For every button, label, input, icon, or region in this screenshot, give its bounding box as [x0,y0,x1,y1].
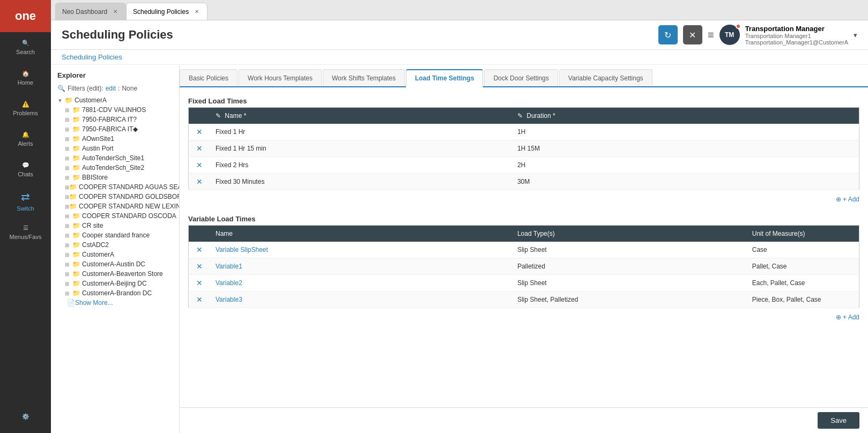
sidebar-item-home[interactable]: 🏠 Home [0,63,51,93]
tree-item-customerA-beaverton[interactable]: ⊞ 📁 CustomerA-Beaverton Store [63,269,179,279]
delete-variable-row-3[interactable]: ✕ [194,295,205,304]
menu-button[interactable]: ≡ [708,29,714,41]
tabs-row: Basic Policies Work Hours Templates Work… [180,65,868,87]
tree-item-customerA-root[interactable]: ▼ 📁 CustomerA [55,95,179,105]
add-fixed-load-time[interactable]: ⊕ + Add [188,192,859,206]
variable-load-times-title: Variable Load Times [188,215,859,223]
explorer-horizontal-scroll[interactable] [51,310,179,314]
user-dropdown-icon[interactable]: ▾ [854,31,857,39]
variable-name-link-0[interactable]: Variable SlipSheet [216,246,268,253]
variable-name-link-2[interactable]: Variable2 [216,279,242,287]
tab-variable-capacity-settings[interactable]: Variable Capacity Settings [559,69,652,86]
warning-icon: ⚠️ [22,101,29,108]
sidebar-item-problems[interactable]: ⚠️ Problems [0,93,51,124]
close-neo-dashboard-tab[interactable]: ✕ [112,8,119,16]
tree-item-aownsite1[interactable]: ⊞ 📁 AOwnSite1 [63,134,179,144]
chat-icon: 💬 [22,162,29,169]
delete-fixed-row-3[interactable]: ✕ [194,177,205,186]
sidebar-item-menus[interactable]: ☰ Menus/Favs [0,217,51,248]
explorer-filters: 🔍 Filters (edit): edit: None [51,84,179,95]
tree-item-autotendersch-site2[interactable]: ⊞ 📁 AutoTenderSch_Site2 [63,163,179,173]
tree-item-cooper-aguas[interactable]: ⊞ 📁 COOPER STANDARD AGUAS SEALING (S [63,182,179,192]
th-delete-fixed [189,108,211,124]
tab-load-time-settings[interactable]: Load Time Settings [406,69,483,87]
th-uom: Unit of Measure(s) [747,226,859,242]
breadcrumb: Scheduling Policies [51,50,868,65]
tree-item-bbistore[interactable]: ⊞ 📁 BBIStore [63,173,179,182]
th-name-fixed: ✎ Name * [210,108,512,124]
delete-variable-row-1[interactable]: ✕ [194,262,205,271]
tree-item-cr-site[interactable]: ⊞ 📁 CR site [63,221,179,230]
delete-variable-row-0[interactable]: ✕ [194,245,205,254]
user-role: Transportation Manager1 [745,33,848,39]
filters-edit-link[interactable]: edit [106,85,116,92]
sidebar-item-switch[interactable]: ⇄ Switch [0,185,51,217]
home-icon: 🏠 [22,70,29,77]
user-name: Transportation Manager [745,25,848,33]
switch-icon: ⇄ [21,190,30,203]
sidebar-item-alerts[interactable]: 🔔 Alerts [0,124,51,154]
delete-variable-row-2[interactable]: ✕ [194,279,205,287]
header-actions: ↻ ✕ ≡ TM Transportation Manager Transpor… [658,25,857,46]
tree-item-austin-port[interactable]: ⊞ 📁 Austin Port [63,144,179,153]
sidebar: one 🔍 Search 🏠 Home ⚠️ Problems 🔔 Alerts… [0,0,51,433]
bell-icon: 🔔 [22,131,29,138]
show-more-link[interactable]: 📄 Show More... [63,298,179,308]
tree-item-customerA-austin[interactable]: ⊞ 📁 CustomerA-Austin DC [63,259,179,269]
table-row: ✕ Variable SlipSheet Slip Sheet Case [189,242,859,258]
menus-icon: ☰ [23,225,28,232]
explorer-tree: ▼ 📁 CustomerA ⊞ 📁 7881-CDV VALINHOS ⊞ 📁 … [51,95,179,308]
delete-fixed-row-2[interactable]: ✕ [194,161,205,169]
file-icon: 📄 [67,299,75,307]
sidebar-item-search[interactable]: 🔍 Search [0,32,51,63]
table-row: ✕ Variable3 Slip Sheet, Palletized Piece… [189,292,859,308]
tree-item-autotendersch-site1[interactable]: ⊞ 📁 AutoTenderSch_Site1 [63,153,179,163]
tree-item-7950-fabrica1[interactable]: ⊞ 📁 7950-FABRICA IT? [63,115,179,124]
delete-fixed-row-1[interactable]: ✕ [194,144,205,153]
tab-scheduling-policies[interactable]: Scheduling Policies ✕ [126,3,207,20]
tab-work-hours-templates[interactable]: Work Hours Templates [239,69,322,86]
browser-tabs: Neo Dashboard ✕ Scheduling Policies ✕ [51,0,868,20]
tree-item-customerA[interactable]: ⊞ 📁 CustomerA [63,250,179,259]
tree-item-cooper-france[interactable]: ⊞ 📁 Cooper standard france [63,230,179,240]
tab-work-shifts-templates[interactable]: Work Shifts Templates [323,69,405,86]
filters-label: Filters (edit): [68,85,103,92]
tab-basic-policies[interactable]: Basic Policies [180,69,238,86]
close-scheduling-policies-tab[interactable]: ✕ [193,8,201,16]
variable-name-link-3[interactable]: Variable3 [216,296,242,303]
tree-item-cstadc2[interactable]: ⊞ 📁 CstADC2 [63,240,179,250]
tab-neo-dashboard[interactable]: Neo Dashboard ✕ [55,3,126,20]
th-name-variable: Name [210,226,512,242]
table-row: ✕ Fixed 30 Minutes 30M [189,174,859,190]
save-bar: Save [180,407,868,433]
folder-icon: 📁 [65,96,73,104]
refresh-button[interactable]: ↻ [658,25,678,44]
tree-item-7881-cdv[interactable]: ⊞ 📁 7881-CDV VALINHOS [63,105,179,115]
save-button[interactable]: Save [818,412,859,429]
variable-name-link-1[interactable]: Variable1 [216,263,242,270]
sidebar-item-settings[interactable]: ⚙️ [0,406,51,428]
tree-toggle-icon: ▼ [57,98,65,103]
tree-item-customerA-brandon[interactable]: ⊞ 📁 CustomerA-Brandon DC [63,288,179,298]
add-variable-load-time[interactable]: ⊕ + Add [188,310,859,324]
main-content: Basic Policies Work Hours Templates Work… [180,65,868,433]
edit-icon-duration: ✎ [517,112,523,120]
delete-fixed-row-0[interactable]: ✕ [194,128,205,136]
tree-item-customerA-beijing[interactable]: ⊞ 📁 CustomerA-Beijing DC [63,279,179,288]
tab-dock-door-settings[interactable]: Dock Door Settings [484,69,558,86]
table-row: ✕ Variable1 Palletized Pallet, Case [189,258,859,275]
tree-item-cooper-goldsboro[interactable]: ⊞ 📁 COOPER STANDARD GOLDSBORO [63,192,179,201]
tree-item-7950-fabrica2[interactable]: ⊞ 📁 7950-FABRICA IT◆ [63,124,179,134]
tree-item-cooper-oscoda[interactable]: ⊞ 📁 COOPER STANDARD OSCODA [63,211,179,221]
sidebar-item-chats[interactable]: 💬 Chats [0,154,51,185]
table-row: ✕ Fixed 1 Hr 1H [189,124,859,140]
page-title: Scheduling Policies [62,28,658,42]
search-icon: 🔍 [22,40,29,47]
notification-dot [736,24,741,29]
fixed-load-times-title: Fixed Load Times [188,97,859,105]
tree-indent-customerA: ⊞ 📁 7881-CDV VALINHOS ⊞ 📁 7950-FABRICA I… [55,105,179,308]
tree-item-cooper-newlex[interactable]: ⊞ 📁 COOPER STANDARD NEW LEXINGTON [63,201,179,211]
close-button[interactable]: ✕ [683,25,702,44]
filter-search-icon: 🔍 [57,85,65,92]
add-icon: ⊕ [836,196,841,203]
